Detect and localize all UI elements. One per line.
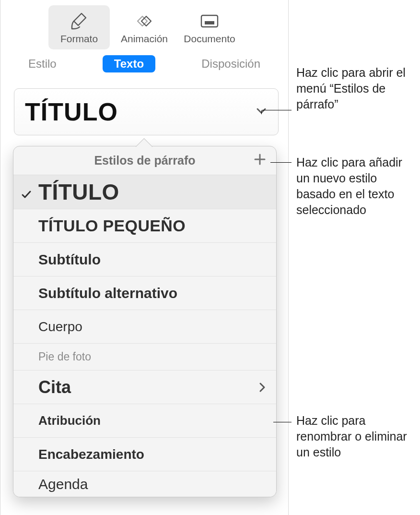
style-option-label: Cita <box>38 377 71 397</box>
style-option-label: Pie de foto <box>38 350 91 363</box>
inspector-subtabs: Estilo Texto Disposición <box>0 52 288 76</box>
style-option-label: Subtítulo <box>38 252 101 268</box>
document-button[interactable]: Documento <box>179 5 240 49</box>
style-option[interactable]: TÍTULO <box>13 175 276 209</box>
diamond-icon <box>133 10 155 33</box>
chevron-right-icon[interactable] <box>258 377 267 397</box>
style-option-label: Cuerpo <box>38 319 82 335</box>
popover-title-bar: Estilos de párrafo <box>13 146 276 175</box>
style-option-label: Encabezamiento <box>38 447 144 462</box>
style-list: TÍTULOTÍTULO PEQUEÑOSubtítuloSubtítulo a… <box>13 175 276 497</box>
style-option[interactable]: Agenda <box>13 471 276 497</box>
inspector-toolbar: Formato Animación Documento <box>0 0 288 52</box>
tab-layout[interactable]: Disposición <box>190 55 272 72</box>
style-option-label: TÍTULO <box>38 179 119 205</box>
style-option[interactable]: Atribución <box>13 404 276 437</box>
popover-title: Estilos de párrafo <box>94 154 195 168</box>
inspector-panel: Formato Animación Documento Estilo Texto <box>0 0 289 515</box>
style-option[interactable]: Subtítulo alternativo <box>13 276 276 310</box>
callout-leader <box>262 110 292 110</box>
style-option[interactable]: Pie de foto <box>13 343 276 370</box>
style-option-label: TÍTULO PEQUEÑO <box>38 216 186 235</box>
style-option[interactable]: TÍTULO PEQUEÑO <box>13 209 276 242</box>
svg-rect-1 <box>205 21 214 24</box>
style-option-label: Agenda <box>38 476 88 492</box>
style-option-label: Subtítulo alternativo <box>38 285 177 301</box>
style-option-label: Atribución <box>38 413 101 428</box>
format-label: Formato <box>60 33 98 45</box>
slide-icon <box>199 10 220 33</box>
paragraph-style-selector-row: TÍTULO <box>0 88 288 135</box>
current-style-label: TÍTULO <box>25 97 118 126</box>
document-label: Documento <box>184 33 235 45</box>
style-option[interactable]: Cita <box>13 370 276 404</box>
animation-label: Animación <box>121 33 168 45</box>
animation-button[interactable]: Animación <box>114 5 175 49</box>
callout-leader <box>270 162 292 163</box>
tab-text[interactable]: Texto <box>103 55 155 72</box>
style-option[interactable]: Encabezamiento <box>13 437 276 471</box>
format-button[interactable]: Formato <box>48 5 110 49</box>
paragraph-style-selector[interactable]: TÍTULO <box>14 88 279 135</box>
tab-style[interactable]: Estilo <box>17 55 68 72</box>
annotation-add-style: Haz clic para añadir un nuevo estilo bas… <box>296 155 416 218</box>
annotation-rename-delete: Haz clic para renombrar o eliminar un es… <box>296 413 416 460</box>
checkmark-icon <box>21 179 32 205</box>
add-style-button[interactable] <box>253 153 267 169</box>
style-option[interactable]: Cuerpo <box>13 310 276 343</box>
callout-leader <box>273 422 292 422</box>
annotation-open-menu: Haz clic para abrir el menú “Estilos de … <box>296 65 416 112</box>
paintbrush-icon <box>70 10 89 33</box>
paragraph-styles-popover: Estilos de párrafo TÍTULOTÍTULO PEQUEÑOS… <box>13 146 277 497</box>
style-option[interactable]: Subtítulo <box>13 242 276 276</box>
